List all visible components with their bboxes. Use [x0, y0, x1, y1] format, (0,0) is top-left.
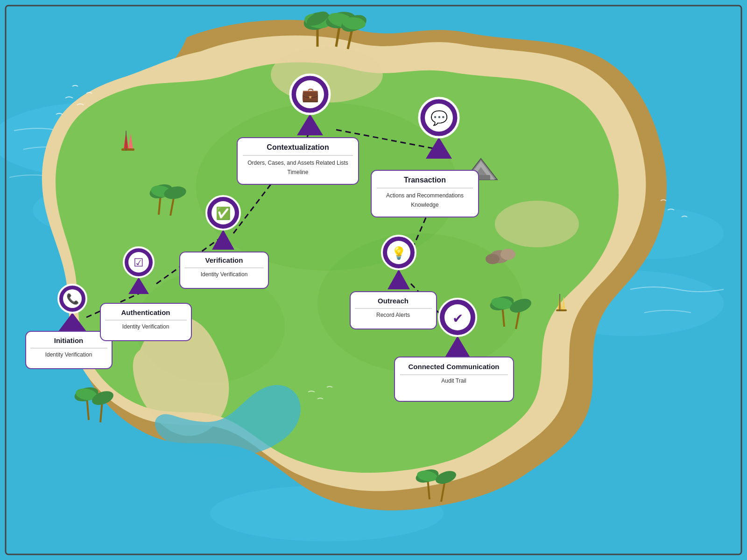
svg-rect-52 [121, 148, 134, 151]
svg-point-48 [500, 249, 515, 260]
svg-rect-56 [556, 309, 567, 311]
svg-point-49 [486, 254, 500, 264]
svg-point-10 [495, 201, 579, 247]
scene: 📞 ☑ ✅ 💼 [0, 0, 747, 560]
background-svg: 📞 ☑ ✅ 💼 [0, 0, 747, 560]
